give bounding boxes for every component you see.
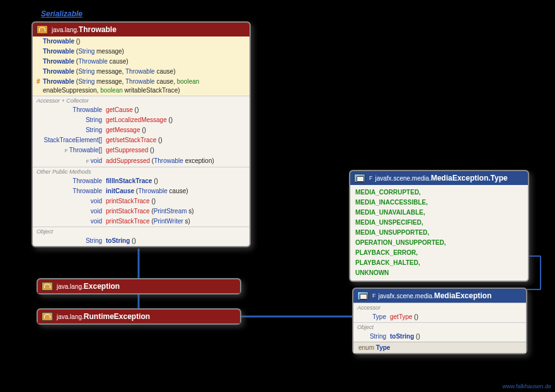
enum-value: MEDIA_INACCESSIBLE, [350,198,528,208]
final-flag: F [369,175,373,181]
enum-value: MEDIA_UNSPECIFIED, [350,218,528,228]
class-throwable-body: Throwable ()Throwable (String message)Th… [33,36,249,246]
enum-value: MEDIA_CORRUPTED, [350,188,528,198]
enum-value: PLAYBACK_ERROR, [350,248,528,258]
member-row: StringgetLocalizedMessage () [33,115,249,125]
class-throwable-header: java.lang.Throwable [33,23,249,36]
class-exception: java.lang.Exception [37,278,241,294]
section-label: Accessor [353,303,526,312]
pkg-label: javafx.scene.media. [379,293,434,300]
section-label: Other Public Methods [33,167,249,176]
pkg-label: java.lang. [57,313,84,320]
enum-value: PLAYBACK_HALTED, [350,258,528,268]
java-class-icon [42,312,53,321]
member-row: FvoidaddSuppressed (Throwable exception) [33,156,249,167]
section-label: Object [353,322,526,332]
class-name: Throwable [79,25,117,34]
java-class-icon [42,282,53,291]
member-row: StringtoString () [33,236,249,246]
member-row: ThrowablefillInStackTrace () [33,176,249,186]
member-row: StackTraceElement[]get/setStackTrace () [33,135,249,145]
member-row: ThrowableinitCause (Throwable cause) [33,186,249,196]
member-row: #Throwable (String message, Throwable ca… [33,77,249,96]
class-mediaexception: F javafx.scene.media.MediaException Acce… [352,288,527,354]
member-row: voidprintStackTrace (PrintStream s) [33,206,249,216]
member-row: voidprintStackTrace (PrintWriter s) [33,216,249,227]
pkg-label: java.lang. [52,26,79,33]
member-row: ThrowablegetCause () [33,105,249,115]
java-class-icon [37,25,48,34]
inner-enum: enum Type [353,342,526,353]
section-label: Accessor + Collector [33,96,249,105]
enum-value: OPERATION_UNSUPPORTED, [350,238,528,248]
final-flag: F [372,293,376,299]
class-throwable: java.lang.Throwable Throwable ()Throwabl… [31,21,251,247]
pkg-label: java.lang. [57,283,84,290]
member-row: voidprintStackTrace () [33,196,249,206]
class-exception-header: java.lang.Exception [38,279,240,293]
enum-value: MEDIA_UNSUPPORTED, [350,228,528,238]
class-runtimeexception: java.lang.RuntimeException [37,308,241,325]
section-label: Object [33,227,249,236]
member-row: StringgetMessage () [33,125,249,135]
member-row: Throwable (Throwable cause) [33,57,249,67]
enum-value: MEDIA_UNAVAILABLE, [350,208,528,218]
member-row: StringtoString () [353,332,526,342]
interface-serializable: Serializable [41,9,83,18]
member-row: TypegetType () [353,312,526,322]
javafx-class-icon [357,291,369,300]
class-name: MediaException [434,291,491,300]
member-row: Throwable () [33,36,249,47]
class-mediaexception-body: AccessorTypegetType ()ObjectStringtoStri… [353,303,526,353]
class-name: Exception [84,282,120,291]
enum-body: MEDIA_CORRUPTED,MEDIA_INACCESSIBLE,MEDIA… [350,185,528,281]
class-name: MediaException.Type [431,174,508,182]
enum-header: F javafx.scene.media.MediaException.Type [350,171,528,185]
member-row: Throwable (String message, Throwable cau… [33,67,249,77]
pkg-label: javafx.scene.media. [375,175,431,182]
class-runtimeexception-header: java.lang.RuntimeException [38,310,240,323]
member-row: FThrowable[]getSuppressed () [33,145,249,156]
class-name: RuntimeException [84,312,150,321]
class-mediaexception-header: F javafx.scene.media.MediaException [353,289,526,303]
credit-link[interactable]: www.falkhausen.de [502,383,551,389]
member-row: Throwable (String message) [33,47,249,57]
enum-value: UNKNOWN [350,268,528,278]
javafx-class-icon [354,174,365,182]
class-mediaexception-type: F javafx.scene.media.MediaException.Type… [349,170,529,282]
